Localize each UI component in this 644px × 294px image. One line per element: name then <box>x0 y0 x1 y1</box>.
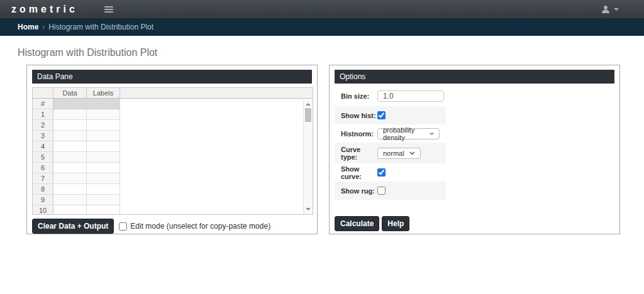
grid-cell-labels[interactable] <box>87 195 120 205</box>
grid-cell-labels[interactable] <box>87 99 120 109</box>
breadcrumb-current: Histogram with Distribution Plot <box>48 23 153 31</box>
table-row: 9 <box>33 195 313 205</box>
table-row-hash: # <box>33 99 313 109</box>
column-header-labels[interactable]: Labels <box>87 88 120 98</box>
bin-size-input[interactable] <box>377 90 444 102</box>
row-header[interactable]: 4 <box>33 141 53 152</box>
scrollbar-thumb[interactable] <box>305 108 311 122</box>
histnorm-select[interactable]: probability density <box>377 128 440 139</box>
top-navbar: zometric <box>0 0 644 18</box>
curve-type-label: Curve type: <box>341 146 377 161</box>
help-button[interactable]: Help <box>382 216 409 231</box>
grid-cell-data[interactable] <box>53 205 87 215</box>
grid-scrollbar[interactable] <box>303 99 313 214</box>
row-header[interactable]: # <box>33 99 53 109</box>
grid-cell-labels[interactable] <box>87 152 120 163</box>
scroll-down-icon[interactable] <box>304 205 313 213</box>
grid-cell-labels[interactable] <box>87 141 120 152</box>
row-header[interactable]: 5 <box>33 152 53 163</box>
table-row: 1 <box>33 109 313 120</box>
row-header[interactable]: 8 <box>33 184 53 195</box>
options-panel: Options Bin size: Show hist: Histnorm: p… <box>329 65 620 234</box>
grid-cell-labels[interactable] <box>87 205 120 215</box>
option-row-show-rug: Show rug: <box>335 182 446 200</box>
grid-filler <box>120 141 313 152</box>
show-rug-checkbox[interactable] <box>377 187 386 195</box>
grid-filler <box>120 173 313 184</box>
scroll-up-icon[interactable] <box>304 101 313 108</box>
table-row: 5 <box>33 152 313 163</box>
hamburger-icon[interactable] <box>102 4 116 15</box>
breadcrumb-home-link[interactable]: Home <box>18 23 38 31</box>
table-row: 3 <box>33 131 313 141</box>
grid-cell-data[interactable] <box>53 173 87 184</box>
grid-cell-data[interactable] <box>53 184 87 195</box>
edit-mode-label: Edit mode (unselect for copy-paste mode) <box>130 222 270 231</box>
show-curve-label: Show curve: <box>341 165 377 180</box>
histnorm-label: Histnorm: <box>341 130 377 138</box>
grid-cell-data[interactable] <box>53 131 87 141</box>
user-icon <box>601 4 611 14</box>
row-header[interactable]: 7 <box>33 173 53 184</box>
row-header[interactable]: 3 <box>33 131 53 141</box>
grid-body: # 1 2 3 4 5 6 <box>33 99 313 215</box>
grid-filler <box>120 131 313 141</box>
user-menu[interactable] <box>601 0 619 18</box>
brand-logo[interactable]: zometric <box>11 4 78 15</box>
grid-cell-labels[interactable] <box>87 131 120 141</box>
row-header[interactable]: 9 <box>33 195 53 205</box>
row-header[interactable]: 10 <box>33 205 53 215</box>
grid-cell-data[interactable] <box>53 152 87 163</box>
curve-type-select[interactable]: normal <box>377 148 421 159</box>
grid-filler <box>120 195 313 205</box>
grid-cell-labels[interactable] <box>87 184 120 195</box>
column-header-data[interactable]: Data <box>53 88 87 98</box>
grid-filler <box>120 152 313 163</box>
table-row: 6 <box>33 163 313 173</box>
data-pane-header: Data Pane <box>32 70 312 84</box>
grid-cell-data[interactable] <box>53 195 87 205</box>
grid-header-row: Data Labels <box>33 88 313 99</box>
show-curve-checkbox[interactable] <box>377 168 386 177</box>
option-row-show-hist: Show hist: <box>335 106 446 124</box>
grid-filler <box>120 184 313 195</box>
row-header[interactable]: 6 <box>33 163 53 173</box>
grid-corner-cell[interactable] <box>33 88 53 98</box>
calculate-button[interactable]: Calculate <box>335 216 379 231</box>
data-grid: Data Labels # 1 2 3 4 <box>32 87 313 215</box>
grid-cell-labels[interactable] <box>87 163 120 173</box>
histnorm-selected-value: probability density <box>383 126 425 141</box>
grid-cell-data[interactable] <box>53 109 87 120</box>
option-row-histnorm: Histnorm: probability density <box>335 124 446 143</box>
show-rug-label: Show rug: <box>341 187 377 195</box>
grid-filler <box>120 120 313 131</box>
options-form: Bin size: Show hist: Histnorm: probabili… <box>335 85 446 200</box>
grid-filler <box>120 99 313 109</box>
chevron-down-icon <box>430 132 434 136</box>
grid-header-filler <box>120 88 313 98</box>
grid-cell-data[interactable] <box>53 120 87 131</box>
grid-cell-labels[interactable] <box>87 120 120 131</box>
grid-cell-labels[interactable] <box>87 173 120 184</box>
row-header[interactable]: 1 <box>33 109 53 120</box>
table-row: 4 <box>33 141 313 152</box>
chevron-down-icon <box>409 151 415 155</box>
show-hist-checkbox[interactable] <box>377 111 386 119</box>
grid-cell-data[interactable] <box>53 99 87 109</box>
curve-type-selected-value: normal <box>383 150 404 157</box>
edit-mode-checkbox[interactable] <box>119 222 127 231</box>
table-row: 7 <box>33 173 313 184</box>
grid-cell-labels[interactable] <box>87 109 120 120</box>
grid-cell-data[interactable] <box>53 141 87 152</box>
clear-data-output-button[interactable]: Clear Data + Output <box>32 219 114 234</box>
bin-size-label: Bin size: <box>341 92 377 100</box>
grid-cell-data[interactable] <box>53 163 87 173</box>
breadcrumb-separator: › <box>42 23 45 31</box>
options-header: Options <box>335 70 614 84</box>
grid-filler <box>120 205 313 215</box>
row-header[interactable]: 2 <box>33 120 53 131</box>
table-row: 8 <box>33 184 313 195</box>
table-row: 2 <box>33 120 313 131</box>
table-row: 10 <box>33 205 313 215</box>
grid-filler <box>120 109 313 120</box>
